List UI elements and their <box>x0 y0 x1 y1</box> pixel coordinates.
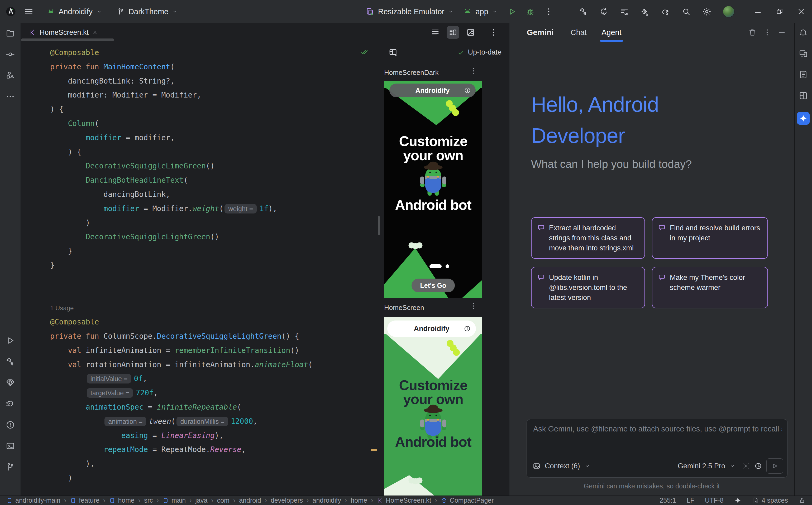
preview-light-menu-icon[interactable] <box>470 302 477 310</box>
indent-setting[interactable]: 4 spaces <box>752 497 788 504</box>
gemini-more-icon[interactable] <box>763 28 771 37</box>
breadcrumb-home[interactable]: home <box>109 497 134 504</box>
editor-scrollbar[interactable] <box>378 216 380 235</box>
restore-button[interactable] <box>775 7 784 16</box>
code-line[interactable]: dancingBotLink: String?, <box>50 74 381 88</box>
editor-more-icon[interactable] <box>489 28 498 37</box>
breadcrumb-HomeScreen.kt[interactable]: HomeScreen.kt <box>377 497 431 504</box>
code-line[interactable]: modifier = Modifier.weight(weight =1f), <box>50 202 381 216</box>
gemini-settings-icon[interactable] <box>742 462 750 470</box>
gemini-tool-active[interactable] <box>797 112 810 125</box>
code-line[interactable]: @Composable <box>50 46 381 60</box>
code-line[interactable]: } <box>50 244 381 258</box>
preview-layout-icon[interactable] <box>388 48 398 57</box>
gemini-input-box[interactable]: Ask Gemini, use @filename to attach sour… <box>527 419 788 478</box>
build-hammer-icon[interactable] <box>579 7 588 16</box>
commit-tool-icon[interactable] <box>6 49 15 59</box>
info-icon[interactable] <box>464 325 471 332</box>
tab-scroll-indicator[interactable] <box>21 38 114 41</box>
breadcrumb-home[interactable]: home <box>351 497 367 504</box>
layout-tool-tool-icon[interactable] <box>799 91 808 101</box>
breadcrumb-CompactPager[interactable]: CompactPager <box>441 497 494 504</box>
preview-light-phone[interactable]: Androidify Customize your own <box>384 317 482 496</box>
context-selector[interactable]: Context (6) <box>545 462 580 470</box>
project-selector[interactable]: Androidify <box>47 7 102 16</box>
code-line[interactable]: animation =tween(durationMillis =12000, <box>50 414 381 429</box>
code-line[interactable]: easing = LinearEasing), <box>50 429 381 443</box>
preview-name-light[interactable]: HomeScreen <box>384 304 424 312</box>
breadcrumb-src[interactable]: src <box>144 497 153 504</box>
profiler-icon[interactable] <box>620 7 629 16</box>
settings-icon[interactable] <box>702 7 711 16</box>
preview-name-dark[interactable]: HomeScreenDark <box>384 68 439 77</box>
branch-tool-icon[interactable] <box>6 462 15 472</box>
suggestion-card[interactable]: Make my Theme's color scheme warmer <box>652 267 768 308</box>
history-icon[interactable] <box>754 462 762 470</box>
suggestion-card[interactable]: Find and resolve build errors in my proj… <box>652 217 768 259</box>
inspections-ok-icon[interactable] <box>360 47 368 56</box>
code-line[interactable]: animationSpec = infiniteRepeatable( <box>50 400 381 414</box>
more-actions-icon[interactable] <box>544 7 553 16</box>
tab-agent[interactable]: Agent <box>601 23 621 42</box>
search-icon[interactable] <box>682 7 691 16</box>
code-line[interactable]: ) { <box>50 102 381 117</box>
code-line[interactable]: ) { <box>50 145 381 159</box>
breadcrumb-java[interactable]: java <box>195 497 207 504</box>
preview-dark-menu-icon[interactable] <box>470 67 477 75</box>
sync-project-icon[interactable] <box>599 7 608 16</box>
code-view-icon[interactable] <box>431 28 440 37</box>
preview-dark-phone[interactable]: Androidify Customize your own <box>384 81 482 298</box>
send-button[interactable] <box>766 458 783 474</box>
device-selector[interactable]: Resizable Emulator <box>365 7 454 16</box>
attach-debugger-icon[interactable] <box>641 7 650 16</box>
gem-tool-icon[interactable] <box>6 378 15 387</box>
model-selector[interactable]: Gemini 2.5 Pro <box>678 462 725 470</box>
code-line[interactable]: targetValue =720f, <box>50 386 381 400</box>
code-line[interactable]: initialValue =0f, <box>50 372 381 386</box>
gemini-status-icon[interactable] <box>734 497 741 504</box>
minimize-button[interactable] <box>753 7 763 16</box>
file-encoding[interactable]: UTF-8 <box>705 497 724 504</box>
code-line[interactable]: private fun MainHomeContent( <box>50 60 381 74</box>
code-line[interactable]: repeatMode = RepeatMode.Reverse, <box>50 443 381 457</box>
branch-selector[interactable]: DarkTheme <box>117 7 178 16</box>
code-line[interactable]: DecorativeSquiggleLightGreen() <box>50 230 381 244</box>
code-line[interactable]: val infiniteAnimation = rememberInfinite… <box>50 343 381 358</box>
line-separator[interactable]: LF <box>687 497 694 504</box>
breadcrumb-feature[interactable]: feature <box>70 497 100 504</box>
code-line[interactable]: dancingBotLink, <box>50 187 381 202</box>
logcat-cat-tool-icon[interactable] <box>6 399 15 408</box>
breadcrumb-androidify[interactable]: androidify <box>313 497 341 504</box>
problems-tool-icon[interactable] <box>6 420 15 430</box>
breadcrumb-com[interactable]: com <box>217 497 230 504</box>
lets-go-button[interactable]: Let's Go <box>412 279 455 292</box>
close-tab-icon[interactable] <box>92 30 98 35</box>
breadcrumb-main[interactable]: main <box>162 497 186 504</box>
write-access-icon[interactable] <box>799 497 806 504</box>
breadcrumb-androidify-main[interactable]: androidify-main <box>6 497 61 504</box>
tab-chat[interactable]: Chat <box>571 23 587 42</box>
avatar[interactable] <box>723 6 734 17</box>
suggestion-card[interactable]: Update kotlin in @libs.version.toml to t… <box>531 267 645 308</box>
clear-chat-icon[interactable] <box>748 28 757 37</box>
design-view-icon[interactable] <box>466 28 475 37</box>
code-line[interactable]: modifier = modifier, <box>50 131 381 145</box>
attach-image-icon[interactable] <box>533 462 541 470</box>
hide-panel-icon[interactable] <box>778 28 786 37</box>
code-line[interactable]: Column( <box>50 117 381 131</box>
more-tool-icon[interactable] <box>6 92 15 101</box>
code-line[interactable]: modifier: Modifier = Modifier, <box>50 88 381 102</box>
gemini-input[interactable]: Ask Gemini, use @filename to attach sour… <box>533 425 782 433</box>
code-line[interactable]: DancingBotHeadlineText( <box>50 173 381 187</box>
split-view-selected[interactable] <box>447 26 459 39</box>
code-line[interactable]: ), <box>50 457 381 471</box>
running-devices-tool-icon[interactable] <box>799 49 808 58</box>
main-menu-icon[interactable] <box>24 7 33 16</box>
code-line[interactable]: val rotationAnimation = infiniteAnimatio… <box>50 358 381 372</box>
gradle-sync-icon[interactable] <box>661 7 670 16</box>
bell-tool-icon[interactable] <box>799 28 808 37</box>
run-configuration-selector[interactable]: app <box>463 7 497 16</box>
resources-tool-icon[interactable] <box>6 70 15 80</box>
code-line[interactable]: ) <box>50 216 381 230</box>
code-editor[interactable]: @Composableprivate fun MainHomeContent( … <box>21 42 381 496</box>
